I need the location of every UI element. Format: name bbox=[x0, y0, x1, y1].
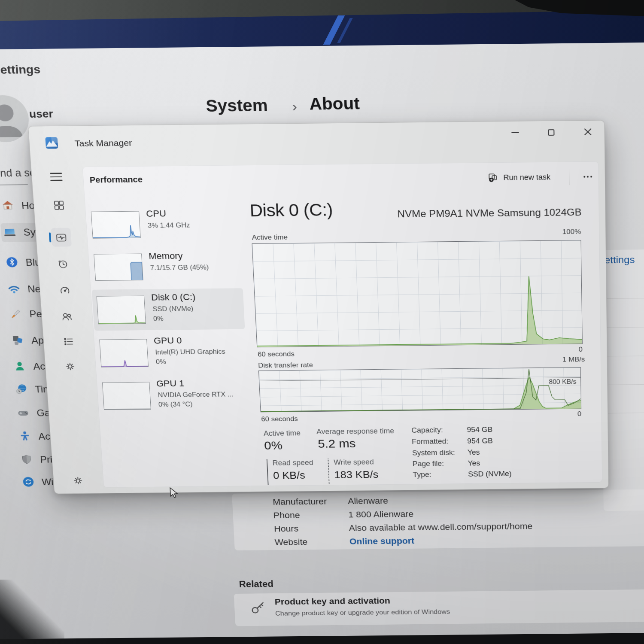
disk-device-name: NVMe PM9A1 NVMe Samsung 1024GB bbox=[344, 207, 582, 221]
formatted-value: 954 GB bbox=[467, 437, 493, 446]
online-support-link[interactable]: Online support bbox=[349, 536, 414, 547]
active-time-chart bbox=[252, 240, 583, 347]
product-key-card[interactable]: Product key and activation Change produc… bbox=[234, 589, 644, 626]
processes-icon[interactable] bbox=[53, 200, 65, 211]
mouse-cursor bbox=[169, 487, 182, 501]
settings-gear-icon[interactable] bbox=[72, 475, 84, 486]
key-icon bbox=[250, 599, 267, 616]
wifi-icon bbox=[8, 283, 21, 295]
cpu-thumbnail-chart[interactable] bbox=[91, 211, 141, 239]
read-speed-value: 0 KB/s bbox=[273, 469, 322, 482]
gpu1-thumbnail-chart[interactable] bbox=[102, 382, 151, 410]
settings-window-title: ettings bbox=[0, 63, 41, 76]
services-icon[interactable] bbox=[64, 361, 76, 371]
maximize-button[interactable] bbox=[541, 123, 562, 141]
accounts-icon bbox=[13, 361, 26, 372]
app-history-icon[interactable] bbox=[57, 259, 69, 270]
active-time-value: 0% bbox=[264, 439, 283, 452]
details-icon[interactable] bbox=[63, 336, 74, 346]
task-manager-window: Task Manager Performance Run new task bbox=[28, 120, 609, 494]
startup-apps-icon[interactable] bbox=[59, 285, 71, 296]
disk-type-value: SSD (NVMe) bbox=[468, 470, 512, 478]
apps-icon bbox=[12, 334, 24, 346]
sidebar-item-gpu1[interactable]: GPU 1 bbox=[156, 378, 184, 389]
screen-content: ettings user nd a set Hom Syst Blue Netv bbox=[0, 39, 644, 644]
read-speed-block: Read speed 0 KB/s bbox=[267, 459, 322, 485]
minimize-button[interactable] bbox=[504, 124, 526, 141]
memory-thumbnail-chart[interactable] bbox=[94, 254, 143, 281]
photo-of-monitor: ettings user nd a set Hom Syst Blue Netv bbox=[0, 0, 644, 644]
task-manager-app-icon bbox=[45, 137, 58, 149]
performance-icon[interactable] bbox=[55, 232, 67, 243]
home-icon bbox=[1, 200, 14, 211]
user-name[interactable]: user bbox=[29, 107, 54, 121]
maximize-icon bbox=[548, 129, 554, 136]
related-heading: Related bbox=[239, 579, 273, 590]
more-options-button[interactable]: ••• bbox=[578, 167, 598, 186]
sidebar-item-disk0[interactable]: Disk 0 (C:) bbox=[151, 292, 196, 303]
avg-response-value: 5.2 ms bbox=[318, 437, 356, 450]
breadcrumb-about: About bbox=[309, 94, 360, 113]
disk-thumbnail-chart[interactable] bbox=[97, 296, 146, 325]
active-time-chart-label: Active time bbox=[252, 233, 288, 242]
window-title: Task Manager bbox=[74, 138, 132, 149]
gpu0-thumbnail-chart[interactable] bbox=[99, 339, 149, 368]
sidebar-item-gpu0[interactable]: GPU 0 bbox=[153, 335, 182, 346]
write-speed-block: Write speed 183 KB/s bbox=[328, 458, 383, 484]
paintbrush-icon bbox=[9, 308, 22, 319]
transfer-rate-chart: 800 KB/s bbox=[258, 367, 581, 412]
sidebar-item-memory[interactable]: Memory bbox=[149, 251, 183, 261]
accessibility-icon bbox=[18, 431, 31, 442]
page-title: Performance bbox=[89, 175, 143, 185]
windows-update-icon bbox=[22, 477, 34, 488]
breadcrumb-separator: › bbox=[292, 98, 297, 114]
menu-button[interactable] bbox=[50, 173, 64, 182]
close-icon bbox=[584, 128, 592, 136]
sidebar-item-cpu[interactable]: CPU bbox=[146, 208, 167, 219]
product-key-title: Product key and activation bbox=[274, 596, 390, 607]
system-icon bbox=[3, 226, 16, 238]
transfer-annotation: 800 KB/s bbox=[549, 378, 576, 386]
users-icon[interactable] bbox=[61, 311, 73, 322]
product-key-subtitle: Change product key or upgrade your editi… bbox=[275, 608, 450, 617]
gamepad-icon bbox=[17, 407, 29, 419]
page-file-value: Yes bbox=[468, 459, 480, 468]
bluetooth-icon bbox=[6, 256, 18, 268]
active-time-ymax: 100% bbox=[516, 228, 581, 237]
toolbar-separator bbox=[569, 169, 570, 185]
performance-panel: Performance Run new task ••• CPU 3% 1.44… bbox=[82, 161, 603, 488]
minimize-icon bbox=[511, 132, 519, 134]
support-card: Manufacturer Alienware Phone 1 800 Alien… bbox=[232, 489, 644, 550]
capacity-value: 954 GB bbox=[467, 425, 492, 434]
system-disk-value: Yes bbox=[468, 448, 480, 456]
shield-icon bbox=[20, 454, 33, 465]
breadcrumb-system[interactable]: System bbox=[205, 96, 268, 115]
close-button[interactable] bbox=[577, 123, 598, 141]
transfer-ymax: 1 MB/s bbox=[521, 355, 585, 364]
run-new-task-icon bbox=[488, 173, 498, 182]
write-speed-value: 183 KB/s bbox=[334, 468, 383, 481]
transfer-chart-label: Disk transfer rate bbox=[258, 361, 313, 370]
time-language-icon bbox=[15, 383, 27, 395]
disk-pane-title: Disk 0 (C:) bbox=[249, 200, 333, 221]
run-new-task-button[interactable]: Run new task bbox=[483, 167, 556, 188]
